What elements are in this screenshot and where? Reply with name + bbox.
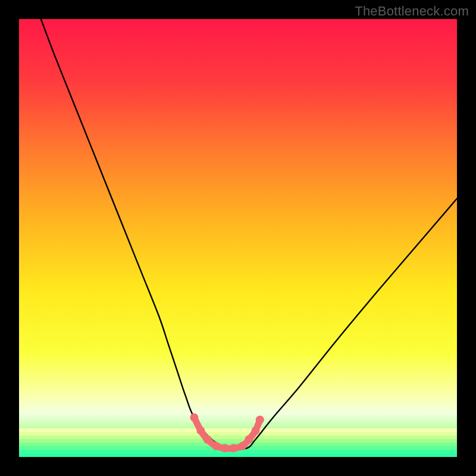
svg-point-13 [221,444,229,452]
bottom-stripes [19,428,457,457]
svg-point-11 [203,436,211,444]
svg-rect-8 [19,453,457,457]
svg-point-14 [230,444,238,452]
svg-point-10 [196,427,205,435]
black-curve [41,19,457,449]
app-frame: TheBottleneck.com [0,0,476,476]
plot-area [19,19,457,457]
svg-point-18 [256,415,264,424]
watermark-text: TheBottleneck.com [355,4,469,19]
svg-point-16 [245,436,253,444]
svg-point-17 [251,427,259,435]
svg-rect-2 [19,432,457,436]
svg-point-15 [238,442,246,450]
svg-rect-3 [19,436,457,440]
svg-point-9 [190,414,198,422]
svg-point-12 [212,442,220,450]
svg-rect-1 [19,428,457,433]
chart-svg [19,19,457,457]
svg-rect-4 [19,439,457,443]
